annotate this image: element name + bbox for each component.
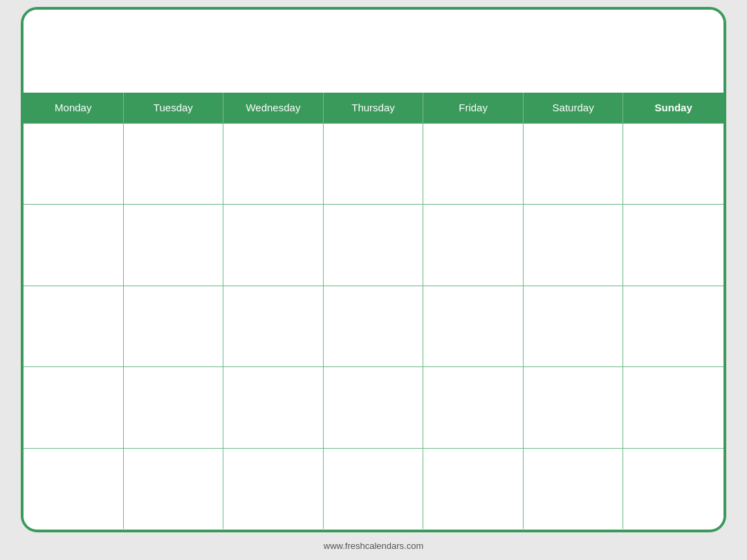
calendar-cell xyxy=(524,205,624,286)
calendar-cell xyxy=(623,449,723,530)
calendar-cell xyxy=(423,124,524,205)
calendar-cell xyxy=(124,367,224,448)
day-header-friday: Friday xyxy=(423,93,524,123)
calendar-cell xyxy=(223,124,324,205)
footer-url: www.freshcalendars.com xyxy=(324,536,424,554)
day-header-monday: Monday xyxy=(24,93,124,123)
calendar-cell xyxy=(223,205,324,286)
day-header-saturday: Saturday xyxy=(524,93,624,123)
calendar-cell xyxy=(324,124,424,205)
calendar-cell xyxy=(324,449,424,530)
calendar-cell xyxy=(24,449,124,530)
calendar-cell xyxy=(524,124,624,205)
calendar-cell xyxy=(623,124,723,205)
calendar-cell xyxy=(324,205,424,286)
calendar-row xyxy=(24,286,723,367)
calendar-cell xyxy=(223,449,324,530)
day-header-wednesday: Wednesday xyxy=(223,93,324,123)
calendar-cell xyxy=(124,286,224,367)
calendar-title-area xyxy=(24,10,723,93)
calendar-cell xyxy=(124,205,224,286)
calendar-cell xyxy=(24,286,124,367)
calendar-cell xyxy=(423,449,524,530)
calendar-cell xyxy=(623,367,723,448)
calendar-cell xyxy=(24,124,124,205)
calendar-cell xyxy=(423,286,524,367)
calendar-row xyxy=(24,204,723,286)
day-header-thursday: Thursday xyxy=(324,93,424,123)
calendar-cell xyxy=(324,286,424,367)
calendar-cell xyxy=(623,286,723,367)
calendar-row xyxy=(24,366,723,448)
calendar-cell xyxy=(524,449,624,530)
day-header-sunday: Sunday xyxy=(623,93,723,123)
calendar-cell xyxy=(324,367,424,448)
calendar-cell xyxy=(524,367,624,448)
day-header-tuesday: Tuesday xyxy=(124,93,224,123)
calendar-rows xyxy=(24,123,723,530)
calendar-cell xyxy=(124,124,224,205)
calendar-cell xyxy=(24,205,124,286)
calendar-cell xyxy=(223,367,324,448)
calendar-grid: Monday Tuesday Wednesday Thursday Friday… xyxy=(24,93,723,530)
calendar-row xyxy=(24,448,723,530)
calendar-cell xyxy=(423,205,524,286)
calendar-cell xyxy=(223,286,324,367)
days-header: Monday Tuesday Wednesday Thursday Friday… xyxy=(24,93,723,123)
calendar-cell xyxy=(124,449,224,530)
calendar-cell xyxy=(623,205,723,286)
calendar-row xyxy=(24,123,723,205)
calendar-cell xyxy=(24,367,124,448)
calendar-cell xyxy=(423,367,524,448)
calendar-cell xyxy=(524,286,624,367)
calendar: Monday Tuesday Wednesday Thursday Friday… xyxy=(21,7,726,532)
